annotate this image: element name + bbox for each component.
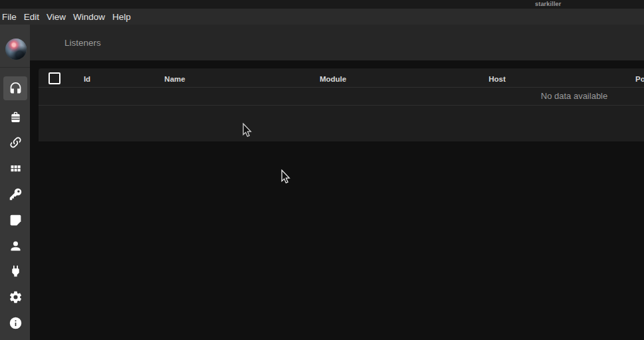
column-header-id[interactable]: Id [84, 75, 90, 83]
gear-icon [9, 290, 23, 304]
sidebar-item-settings[interactable] [3, 285, 27, 309]
select-all-checkbox[interactable] [49, 72, 60, 84]
menu-view[interactable]: View [47, 12, 66, 22]
table-row-divider [39, 87, 644, 88]
sidebar [0, 25, 30, 340]
apps-grid-icon [9, 161, 23, 175]
note-icon [9, 213, 23, 227]
menubar: File Edit View Window Help [0, 9, 644, 25]
sidebar-item-reporting[interactable] [3, 208, 27, 232]
link-icon [9, 135, 23, 149]
page-title: Listeners [64, 38, 101, 48]
column-header-module[interactable]: Module [320, 75, 346, 83]
listeners-table: Id Name Module Host Port No data availab… [39, 68, 644, 141]
window-title: starkiller [535, 1, 562, 7]
sidebar-divider [0, 67, 30, 68]
menu-edit[interactable]: Edit [24, 12, 39, 22]
sidebar-item-stagers[interactable] [3, 105, 27, 129]
mouse-cursor [242, 123, 252, 138]
sidebar-item-plugins[interactable] [3, 259, 27, 283]
window-titlebar: starkiller [0, 0, 644, 9]
column-header-host[interactable]: Host [488, 75, 506, 83]
sidebar-item-about[interactable] [3, 311, 27, 335]
sidebar-item-credentials[interactable] [3, 182, 27, 206]
sidebar-item-users[interactable] [3, 234, 27, 258]
user-icon [9, 239, 23, 253]
plug-icon [9, 264, 23, 278]
menu-window[interactable]: Window [73, 12, 105, 22]
sidebar-item-listeners[interactable] [3, 76, 27, 100]
app-toolbar: Listeners [30, 25, 644, 60]
starkiller-logo-icon [5, 39, 27, 60]
column-header-name[interactable]: Name [164, 75, 185, 83]
mouse-cursor [280, 169, 290, 185]
suitcase-icon [9, 110, 23, 124]
menu-file[interactable]: File [2, 12, 17, 22]
key-icon [9, 187, 23, 201]
column-header-port[interactable]: Port [635, 75, 644, 83]
empty-table-message: No data available [541, 91, 607, 101]
headset-icon [9, 82, 23, 96]
sidebar-item-modules[interactable] [3, 156, 27, 180]
menu-help[interactable]: Help [112, 12, 131, 22]
info-icon [9, 316, 23, 330]
sidebar-item-agents[interactable] [3, 130, 27, 154]
table-row-divider [39, 105, 644, 106]
